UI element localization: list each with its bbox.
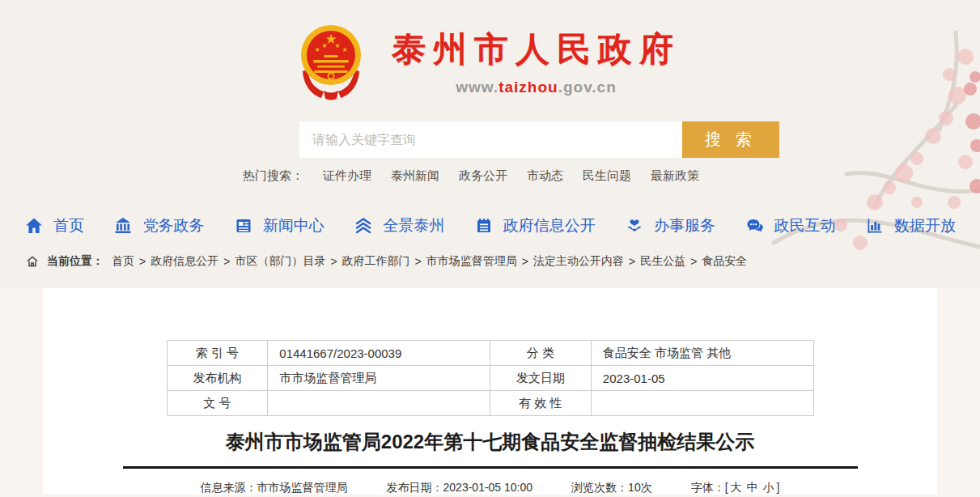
- nav-item-label: 政府信息公开: [503, 215, 596, 236]
- hot-search-link[interactable]: 泰州新闻: [391, 168, 439, 184]
- nav-item-gov-info[interactable]: 政府信息公开: [474, 215, 596, 236]
- breadcrumb-home-icon: [26, 255, 39, 268]
- title-divider: [123, 466, 858, 469]
- table-row: 文 号 有 效 性: [167, 391, 813, 416]
- category-value: 食品安全 市场监管 其他: [591, 341, 813, 366]
- chat-bubbles-icon: [745, 216, 765, 236]
- font-size-medium[interactable]: 中: [747, 481, 758, 494]
- nav-item-label: 政民互动: [774, 215, 836, 236]
- nav-item-label: 党务政务: [142, 215, 204, 236]
- breadcrumb-link[interactable]: 政府工作部门: [342, 254, 410, 269]
- article-card: 索 引 号 01441667/2023-00039 分 类 食品安全 市场监管 …: [43, 288, 937, 495]
- svg-text:★: ★: [342, 46, 347, 53]
- breadcrumb-link[interactable]: 政府信息公开: [151, 254, 218, 269]
- site-url-prefix: www.: [456, 79, 498, 96]
- font-size-small[interactable]: 小: [763, 481, 774, 494]
- validity-label: 有 效 性: [490, 391, 592, 416]
- issue-date-value: 2023-01-05: [591, 366, 813, 391]
- page: ★ ★ ★ ★ ★ 泰州市人民政府 www.taizhou.gov.cn: [0, 0, 980, 497]
- breadcrumb-link[interactable]: 食品安全: [702, 254, 747, 269]
- home-icon: [24, 216, 44, 236]
- issuing-agency-label: 发布机构: [167, 366, 268, 391]
- national-emblem-logo: ★ ★ ★ ★ ★: [299, 21, 363, 102]
- government-building-icon: [113, 216, 133, 236]
- panorama-waves-icon: [354, 216, 373, 236]
- article-title: 泰州市市场监管局2022年第十七期食品安全监督抽检结果公示: [43, 429, 937, 455]
- service-heart-icon: [625, 216, 644, 236]
- publish-date: 发布日期：2023-01-05 10:00: [387, 481, 533, 495]
- index-number-label: 索 引 号: [167, 341, 268, 366]
- breadcrumb-link[interactable]: 民生公益: [640, 254, 685, 269]
- breadcrumb-label: 当前位置：: [47, 254, 104, 269]
- site-url-domain: taizhou: [498, 79, 558, 96]
- hot-search-link[interactable]: 市动态: [527, 168, 563, 184]
- issuing-agency-value: 市市场监督管理局: [268, 366, 490, 391]
- hot-search-link[interactable]: 最新政策: [651, 168, 699, 184]
- site-url-suffix: .gov.cn: [558, 79, 617, 96]
- search-button[interactable]: 搜 索: [682, 121, 779, 158]
- nav-item-label: 办事服务: [654, 215, 715, 236]
- main-nav: 首页 党务政务 新闻中心 全景泰州 政府信息公开: [0, 206, 980, 246]
- issue-date-label: 发文日期: [490, 366, 592, 391]
- table-row: 索 引 号 01441667/2023-00039 分 类 食品安全 市场监管 …: [167, 341, 813, 366]
- nav-item-party-affairs[interactable]: 党务政务: [113, 215, 204, 236]
- hot-search-link[interactable]: 政务公开: [459, 168, 507, 184]
- breadcrumb-separator: >: [330, 255, 337, 268]
- category-label: 分 类: [490, 341, 592, 366]
- site-url: www.taizhou.gov.cn: [392, 79, 681, 96]
- article-meta: 信息来源：市市场监督管理局 发布日期：2023-01-05 10:00 浏览次数…: [43, 481, 937, 495]
- site-title: 泰州市人民政府: [392, 27, 681, 72]
- hot-search-link[interactable]: 民生问题: [583, 168, 631, 184]
- breadcrumb-link[interactable]: 市区（部门）目录: [235, 254, 325, 269]
- svg-text:★: ★: [334, 42, 340, 49]
- nav-item-label: 全景泰州: [383, 215, 444, 236]
- breadcrumb-separator: >: [690, 255, 697, 268]
- document-info-table: 索 引 号 01441667/2023-00039 分 类 食品安全 市场监管 …: [167, 340, 814, 416]
- doc-number-label: 文 号: [167, 391, 268, 416]
- breadcrumb-separator: >: [415, 255, 422, 268]
- breadcrumb-link[interactable]: 首页: [112, 254, 134, 269]
- nav-item-label: 首页: [53, 215, 84, 236]
- table-row: 发布机构 市市场监督管理局 发文日期 2023-01-05: [167, 366, 813, 391]
- hot-search-link[interactable]: 证件办理: [323, 168, 371, 184]
- nav-item-open-data[interactable]: 数据开放: [865, 215, 956, 236]
- nav-item-panorama[interactable]: 全景泰州: [354, 215, 444, 236]
- nav-item-interaction[interactable]: 政民互动: [745, 215, 836, 236]
- breadcrumb-separator: >: [629, 255, 635, 268]
- validity-value: [591, 391, 813, 416]
- breadcrumb-link[interactable]: 市市场监督管理局: [426, 254, 517, 269]
- svg-text:★: ★: [321, 42, 327, 49]
- doc-number-value: [268, 391, 490, 416]
- bar-chart-icon: [865, 216, 885, 236]
- brand-text: 泰州市人民政府 www.taizhou.gov.cn: [392, 27, 681, 96]
- nav-item-label: 新闻中心: [263, 215, 325, 236]
- breadcrumb-separator: >: [139, 255, 146, 268]
- search-bar: 搜 索: [299, 121, 779, 158]
- main-content-area: 索 引 号 01441667/2023-00039 分 类 食品安全 市场监管 …: [0, 288, 980, 497]
- newspaper-icon: [234, 216, 253, 236]
- hot-search-row: 热门搜索： 证件办理 泰州新闻 政务公开 市动态 民生问题 最新政策: [243, 168, 781, 184]
- nav-item-services[interactable]: 办事服务: [625, 215, 715, 236]
- svg-text:★: ★: [314, 46, 320, 53]
- breadcrumb-link[interactable]: 法定主动公开内容: [533, 254, 624, 269]
- font-size-control: 字体：[大中小]: [691, 481, 780, 495]
- nav-item-news[interactable]: 新闻中心: [234, 215, 325, 236]
- hot-search-label: 热门搜索：: [243, 168, 303, 184]
- breadcrumb-separator: >: [223, 255, 230, 268]
- index-number-value: 01441667/2023-00039: [268, 341, 490, 366]
- nav-item-label: 数据开放: [894, 215, 956, 236]
- search-input[interactable]: [299, 121, 682, 158]
- site-header: ★ ★ ★ ★ ★ 泰州市人民政府 www.taizhou.gov.cn: [0, 0, 980, 184]
- site-brand: ★ ★ ★ ★ ★ 泰州市人民政府 www.taizhou.gov.cn: [0, 21, 980, 102]
- font-size-large[interactable]: 大: [731, 481, 742, 494]
- breadcrumb: 当前位置： 首页 > 政府信息公开 > 市区（部门）目录 > 政府工作部门 > …: [0, 246, 980, 277]
- view-count: 浏览次数：10次: [571, 481, 652, 495]
- breadcrumb-separator: >: [522, 255, 528, 268]
- nav-item-home[interactable]: 首页: [24, 215, 84, 236]
- search-area: 搜 索 热门搜索： 证件办理 泰州新闻 政务公开 市动态 民生问题 最新政策: [243, 121, 781, 184]
- notepad-icon: [474, 216, 494, 236]
- info-source: 信息来源：市市场监督管理局: [201, 481, 348, 495]
